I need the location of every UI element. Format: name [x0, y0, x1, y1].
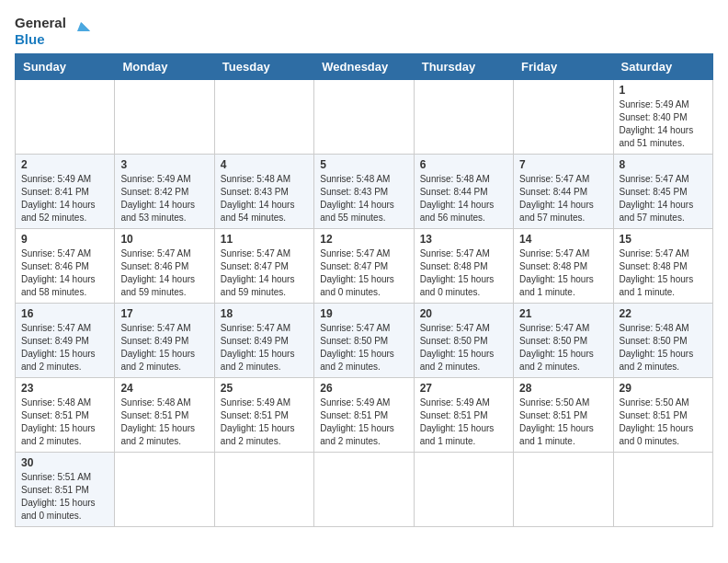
calendar-cell: 14Sunrise: 5:47 AM Sunset: 8:48 PM Dayli… — [514, 229, 613, 304]
calendar-cell: 28Sunrise: 5:50 AM Sunset: 8:51 PM Dayli… — [514, 378, 613, 453]
calendar-week-row: 1Sunrise: 5:49 AM Sunset: 8:40 PM Daylig… — [16, 80, 713, 155]
day-info: Sunrise: 5:48 AM Sunset: 8:43 PM Dayligh… — [320, 173, 407, 224]
day-info: Sunrise: 5:49 AM Sunset: 8:51 PM Dayligh… — [420, 396, 507, 448]
day-number: 7 — [519, 158, 607, 171]
calendar-cell: 3Sunrise: 5:49 AM Sunset: 8:42 PM Daylig… — [115, 155, 214, 229]
calendar-cell — [214, 80, 313, 155]
calendar-cell — [115, 453, 214, 527]
calendar-cell: 5Sunrise: 5:48 AM Sunset: 8:43 PM Daylig… — [314, 155, 414, 229]
day-number: 11 — [221, 233, 308, 246]
day-number: 22 — [620, 307, 707, 320]
calendar-cell: 21Sunrise: 5:47 AM Sunset: 8:50 PM Dayli… — [514, 304, 613, 378]
calendar-cell: 27Sunrise: 5:49 AM Sunset: 8:51 PM Dayli… — [414, 378, 513, 453]
calendar-week-row: 16Sunrise: 5:47 AM Sunset: 8:49 PM Dayli… — [16, 304, 713, 378]
day-number: 24 — [120, 382, 208, 395]
weekday-header-row: SundayMondayTuesdayWednesdayThursdayFrid… — [16, 54, 713, 80]
calendar-cell — [414, 453, 513, 527]
day-info: Sunrise: 5:47 AM Sunset: 8:50 PM Dayligh… — [519, 322, 607, 373]
weekday-header-monday: Monday — [115, 54, 214, 80]
day-info: Sunrise: 5:47 AM Sunset: 8:49 PM Dayligh… — [120, 322, 208, 373]
day-info: Sunrise: 5:48 AM Sunset: 8:44 PM Dayligh… — [420, 173, 507, 224]
day-number: 17 — [120, 307, 208, 320]
logo: General Blue — [15, 15, 94, 48]
calendar-cell: 29Sunrise: 5:50 AM Sunset: 8:51 PM Dayli… — [613, 378, 712, 453]
calendar-table: SundayMondayTuesdayWednesdayThursdayFrid… — [15, 53, 713, 527]
logo-container: General Blue — [15, 15, 94, 48]
calendar-cell: 19Sunrise: 5:47 AM Sunset: 8:50 PM Dayli… — [314, 304, 414, 378]
calendar-cell: 30Sunrise: 5:51 AM Sunset: 8:51 PM Dayli… — [16, 453, 115, 527]
day-info: Sunrise: 5:47 AM Sunset: 8:48 PM Dayligh… — [519, 247, 607, 299]
day-info: Sunrise: 5:50 AM Sunset: 8:51 PM Dayligh… — [620, 396, 707, 448]
day-number: 2 — [21, 158, 108, 171]
day-info: Sunrise: 5:47 AM Sunset: 8:48 PM Dayligh… — [620, 247, 707, 299]
calendar-cell: 23Sunrise: 5:48 AM Sunset: 8:51 PM Dayli… — [16, 378, 115, 453]
svg-marker-1 — [77, 22, 90, 31]
calendar-cell: 25Sunrise: 5:49 AM Sunset: 8:51 PM Dayli… — [214, 378, 313, 453]
weekday-header-friday: Friday — [514, 54, 613, 80]
calendar-cell — [214, 453, 313, 527]
header: General Blue — [15, 15, 713, 48]
calendar-week-row: 23Sunrise: 5:48 AM Sunset: 8:51 PM Dayli… — [16, 378, 713, 453]
day-number: 12 — [320, 233, 407, 246]
calendar-cell: 12Sunrise: 5:47 AM Sunset: 8:47 PM Dayli… — [314, 229, 414, 304]
calendar-cell: 8Sunrise: 5:47 AM Sunset: 8:45 PM Daylig… — [613, 155, 712, 229]
day-number: 16 — [21, 307, 108, 320]
day-number: 28 — [519, 382, 607, 395]
day-number: 4 — [221, 158, 308, 171]
weekday-header-sunday: Sunday — [16, 54, 115, 80]
day-info: Sunrise: 5:48 AM Sunset: 8:50 PM Dayligh… — [620, 322, 707, 373]
day-info: Sunrise: 5:49 AM Sunset: 8:40 PM Dayligh… — [620, 98, 707, 150]
day-number: 9 — [21, 233, 108, 246]
day-info: Sunrise: 5:47 AM Sunset: 8:48 PM Dayligh… — [420, 247, 507, 299]
calendar-cell: 10Sunrise: 5:47 AM Sunset: 8:46 PM Dayli… — [115, 229, 214, 304]
calendar-cell: 26Sunrise: 5:49 AM Sunset: 8:51 PM Dayli… — [314, 378, 414, 453]
day-number: 23 — [21, 382, 108, 395]
day-number: 5 — [320, 158, 407, 171]
day-number: 25 — [221, 382, 308, 395]
day-info: Sunrise: 5:47 AM Sunset: 8:44 PM Dayligh… — [519, 173, 607, 224]
calendar-cell: 2Sunrise: 5:49 AM Sunset: 8:41 PM Daylig… — [16, 155, 115, 229]
calendar-cell: 13Sunrise: 5:47 AM Sunset: 8:48 PM Dayli… — [414, 229, 513, 304]
day-info: Sunrise: 5:48 AM Sunset: 8:51 PM Dayligh… — [120, 396, 208, 448]
logo-bird-icon — [68, 18, 94, 44]
calendar-week-row: 30Sunrise: 5:51 AM Sunset: 8:51 PM Dayli… — [16, 453, 713, 527]
day-info: Sunrise: 5:50 AM Sunset: 8:51 PM Dayligh… — [519, 396, 607, 448]
calendar-cell — [414, 80, 513, 155]
day-info: Sunrise: 5:49 AM Sunset: 8:41 PM Dayligh… — [21, 173, 108, 224]
day-number: 14 — [519, 233, 607, 246]
day-info: Sunrise: 5:49 AM Sunset: 8:42 PM Dayligh… — [120, 173, 208, 224]
day-number: 10 — [120, 233, 208, 246]
calendar-cell: 18Sunrise: 5:47 AM Sunset: 8:49 PM Dayli… — [214, 304, 313, 378]
weekday-header-saturday: Saturday — [613, 54, 712, 80]
weekday-header-thursday: Thursday — [414, 54, 513, 80]
day-number: 6 — [420, 158, 507, 171]
calendar-cell — [613, 453, 712, 527]
calendar-cell: 7Sunrise: 5:47 AM Sunset: 8:44 PM Daylig… — [514, 155, 613, 229]
calendar-cell: 16Sunrise: 5:47 AM Sunset: 8:49 PM Dayli… — [16, 304, 115, 378]
day-number: 29 — [620, 382, 707, 395]
day-number: 3 — [120, 158, 208, 171]
day-number: 13 — [420, 233, 507, 246]
day-info: Sunrise: 5:47 AM Sunset: 8:50 PM Dayligh… — [320, 322, 407, 373]
calendar-cell: 1Sunrise: 5:49 AM Sunset: 8:40 PM Daylig… — [613, 80, 712, 155]
day-info: Sunrise: 5:49 AM Sunset: 8:51 PM Dayligh… — [320, 396, 407, 448]
calendar-cell: 22Sunrise: 5:48 AM Sunset: 8:50 PM Dayli… — [613, 304, 712, 378]
day-number: 15 — [620, 233, 707, 246]
day-info: Sunrise: 5:47 AM Sunset: 8:46 PM Dayligh… — [120, 247, 208, 299]
calendar-week-row: 2Sunrise: 5:49 AM Sunset: 8:41 PM Daylig… — [16, 155, 713, 229]
day-number: 8 — [620, 158, 707, 171]
weekday-header-tuesday: Tuesday — [214, 54, 313, 80]
calendar-cell — [115, 80, 214, 155]
day-number: 19 — [320, 307, 407, 320]
day-info: Sunrise: 5:48 AM Sunset: 8:43 PM Dayligh… — [221, 173, 308, 224]
calendar-cell: 20Sunrise: 5:47 AM Sunset: 8:50 PM Dayli… — [414, 304, 513, 378]
weekday-header-wednesday: Wednesday — [314, 54, 414, 80]
calendar-cell: 11Sunrise: 5:47 AM Sunset: 8:47 PM Dayli… — [214, 229, 313, 304]
calendar-cell: 17Sunrise: 5:47 AM Sunset: 8:49 PM Dayli… — [115, 304, 214, 378]
day-info: Sunrise: 5:47 AM Sunset: 8:49 PM Dayligh… — [21, 322, 108, 373]
calendar-cell: 9Sunrise: 5:47 AM Sunset: 8:46 PM Daylig… — [16, 229, 115, 304]
calendar-cell — [514, 80, 613, 155]
day-number: 18 — [221, 307, 308, 320]
day-number: 1 — [620, 84, 707, 97]
calendar-week-row: 9Sunrise: 5:47 AM Sunset: 8:46 PM Daylig… — [16, 229, 713, 304]
